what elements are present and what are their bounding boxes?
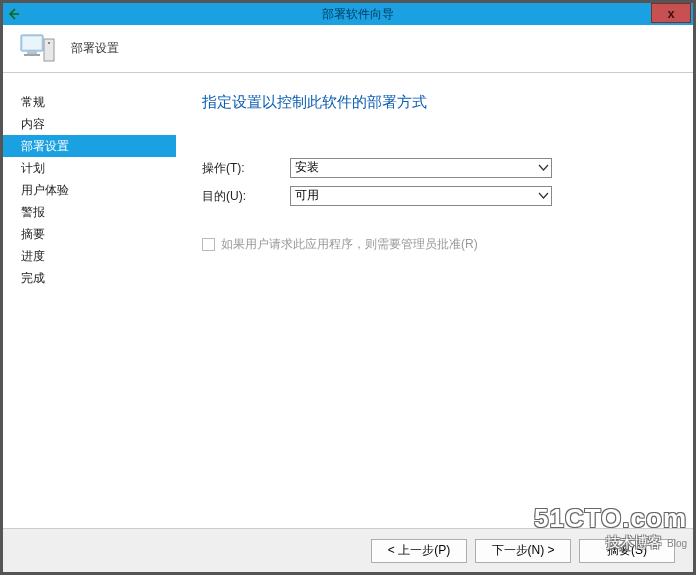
next-button[interactable]: 下一步(N) > xyxy=(475,539,571,563)
sidebar-item-4[interactable]: 用户体验 xyxy=(3,179,176,201)
button-bar: < 上一步(P) 下一步(N) > 摘要(S) xyxy=(3,528,693,572)
form-label-1: 目的(U): xyxy=(202,188,290,205)
page-heading: 指定设置以控制此软件的部署方式 xyxy=(202,93,665,112)
sidebar-item-3[interactable]: 计划 xyxy=(3,157,176,179)
wizard-computer-icon xyxy=(17,29,57,69)
summary-button[interactable]: 摘要(S) xyxy=(579,539,675,563)
window-title: 部署软件向导 xyxy=(23,6,693,23)
sidebar-item-5[interactable]: 警报 xyxy=(3,201,176,223)
svg-rect-3 xyxy=(24,54,40,56)
close-button[interactable]: x xyxy=(651,3,691,23)
form-select-0[interactable]: 安装 xyxy=(290,158,552,178)
sidebar-item-2[interactable]: 部署设置 xyxy=(3,135,176,157)
approval-checkbox-label: 如果用户请求此应用程序，则需要管理员批准(R) xyxy=(221,236,478,253)
sidebar-item-6[interactable]: 摘要 xyxy=(3,223,176,245)
close-icon: x xyxy=(667,6,674,21)
wizard-sidebar: 常规内容部署设置计划用户体验警报摘要进度完成 xyxy=(3,73,176,525)
titlebar: 部署软件向导 x xyxy=(3,3,693,25)
sidebar-item-7[interactable]: 进度 xyxy=(3,245,176,267)
sidebar-item-1[interactable]: 内容 xyxy=(3,113,176,135)
form-label-0: 操作(T): xyxy=(202,160,290,177)
svg-point-5 xyxy=(48,42,50,44)
svg-rect-2 xyxy=(27,51,37,54)
header-section-title: 部署设置 xyxy=(71,40,119,57)
back-arrow-icon[interactable] xyxy=(5,8,23,20)
sidebar-item-0[interactable]: 常规 xyxy=(3,91,176,113)
form-select-1[interactable]: 可用 xyxy=(290,186,552,206)
header-band: 部署设置 xyxy=(3,25,693,73)
previous-button[interactable]: < 上一步(P) xyxy=(371,539,467,563)
form-row-0: 操作(T):安装 xyxy=(202,158,665,178)
main-panel: 指定设置以控制此软件的部署方式 操作(T):安装目的(U):可用 如果用户请求此… xyxy=(176,73,693,525)
svg-rect-1 xyxy=(23,37,41,49)
sidebar-item-8[interactable]: 完成 xyxy=(3,267,176,289)
approval-checkbox-row: 如果用户请求此应用程序，则需要管理员批准(R) xyxy=(202,236,665,253)
approval-checkbox xyxy=(202,238,215,251)
form-row-1: 目的(U):可用 xyxy=(202,186,665,206)
